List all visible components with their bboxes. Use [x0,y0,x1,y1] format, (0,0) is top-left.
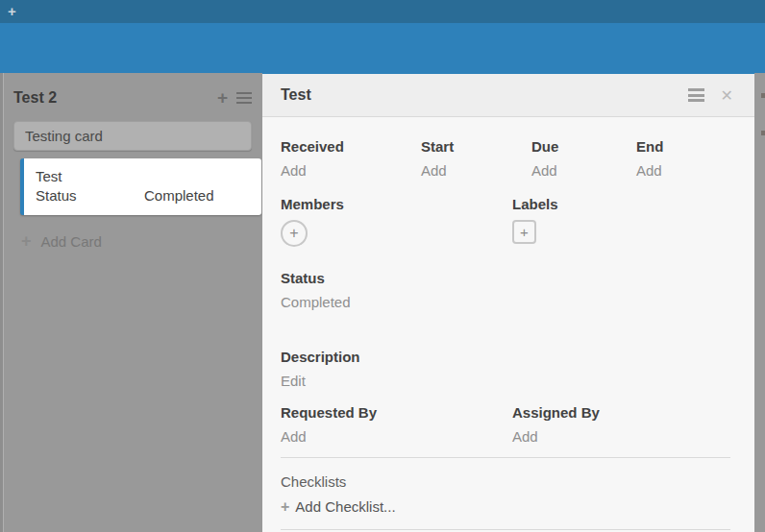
description-edit-link[interactable]: Edit [281,374,730,388]
assigned-by-add-link[interactable]: Add [512,429,730,444]
description-field: Description Edit [281,349,730,388]
plus-icon: + [281,499,289,515]
board-header-bar [0,23,765,73]
card-detail-title: Test [281,86,688,104]
end-add-link[interactable]: Add [636,163,730,178]
assigned-by-label: Assigned By [512,404,730,422]
requested-by-add-link[interactable]: Add [281,429,512,444]
card-field-value: Completed [144,186,214,206]
start-add-link[interactable]: Add [421,163,531,178]
close-icon[interactable]: ✕ [721,86,733,105]
card-custom-field: Status Completed [36,186,261,206]
due-date-field: Due Add [531,138,636,178]
new-card-input[interactable] [13,121,252,151]
add-checklist-label: Add Checklist... [295,498,395,515]
add-member-button[interactable]: + [281,220,308,247]
members-label: Members [281,196,512,213]
members-field: Members + [281,196,512,247]
received-date-field: Received Add [281,138,421,178]
due-add-link[interactable]: Add [531,163,636,178]
checklists-label: Checklists [281,473,730,491]
received-label: Received [281,138,421,156]
requested-by-label: Requested By [281,404,512,422]
assigned-by-field: Assigned By Add [512,404,730,444]
description-label: Description [281,349,730,366]
add-card-button[interactable]: + Add Card [21,232,102,250]
add-label-button[interactable]: + [512,220,536,244]
card-detail-body: Received Add Start Add Due Add End Add M… [262,138,754,530]
start-date-field: Start Add [421,138,531,178]
card-detail-panel: Test ✕ Received Add Start Add Due Add En… [262,72,754,532]
due-label: Due [531,138,636,156]
labels-label: Labels [512,196,730,213]
section-divider [281,457,730,458]
card-detail-header: Test ✕ [262,74,754,117]
hidden-list-peek [761,93,765,98]
card-test[interactable]: Test Status Completed [20,158,261,215]
add-card-label: Add Card [41,233,102,250]
requested-by-field: Requested By Add [281,404,512,444]
card-title: Test [36,167,261,186]
list-header: Test 2 + [13,86,252,109]
status-value: Completed [281,295,730,309]
section-divider [281,529,730,530]
top-nav-bar: + [0,0,765,23]
card-field-label: Status [36,186,144,206]
card-menu-icon[interactable] [688,86,704,105]
members-labels-row: Members + Labels + [281,196,730,247]
dates-row: Received Add Start Add Due Add End Add [281,138,730,178]
list-title: Test 2 [13,89,217,107]
add-checklist-button[interactable]: + Add Checklist... [281,498,730,515]
status-field: Status Completed [281,270,730,309]
requested-assigned-row: Requested By Add Assigned By Add [281,404,730,444]
plus-icon: + [21,232,32,250]
labels-field: Labels + [512,196,730,247]
hidden-list-peek [761,131,765,135]
list-add-card-icon[interactable]: + [217,88,228,108]
received-add-link[interactable]: Add [281,163,421,178]
checklists-section: Checklists + Add Checklist... [281,473,730,515]
swimlane-edge-line [3,73,4,532]
add-board-icon[interactable]: + [8,3,16,20]
list-menu-icon[interactable] [236,89,252,107]
status-label: Status [281,270,730,287]
end-label: End [636,138,730,156]
end-date-field: End Add [636,138,730,178]
start-label: Start [421,138,531,156]
